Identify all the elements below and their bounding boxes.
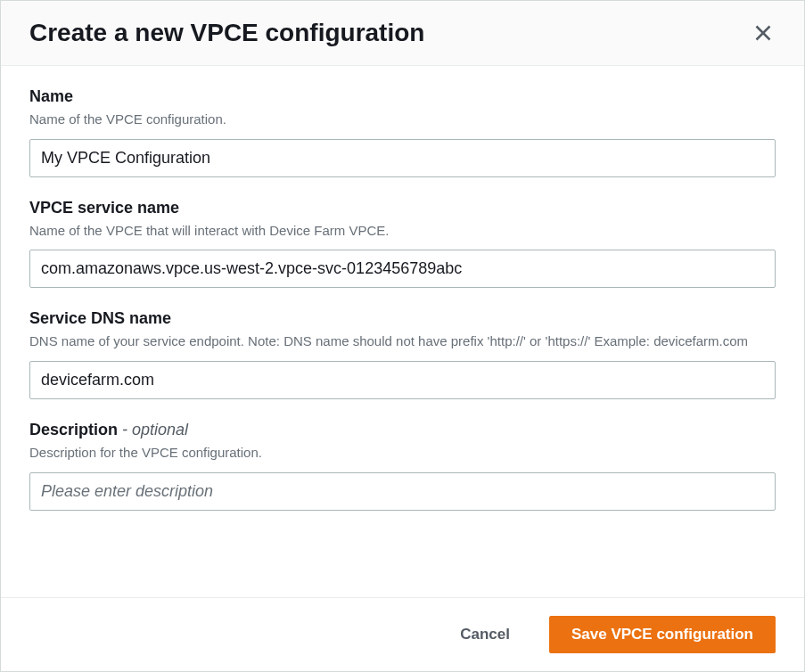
service-name-label: VPCE service name [29, 199, 776, 217]
service-name-field-group: VPCE service name Name of the VPCE that … [29, 199, 776, 289]
modal-header: Create a new VPCE configuration [1, 1, 804, 66]
description-optional-text: - optional [118, 421, 188, 438]
name-input[interactable] [29, 139, 776, 177]
description-field-group: Description - optional Description for t… [29, 421, 776, 511]
description-label-text: Description [29, 421, 118, 438]
dns-name-input[interactable] [29, 361, 776, 399]
close-button[interactable] [751, 20, 776, 45]
cancel-button[interactable]: Cancel [439, 617, 531, 652]
service-name-input[interactable] [29, 250, 776, 288]
save-button[interactable]: Save VPCE configuration [549, 616, 776, 653]
description-hint: Description for the VPCE configuration. [29, 443, 776, 463]
description-input[interactable] [29, 472, 776, 511]
dns-name-label: Service DNS name [29, 309, 776, 328]
modal-footer: Cancel Save VPCE configuration [1, 597, 804, 671]
name-hint: Name of the VPCE configuration. [29, 110, 776, 130]
dns-name-hint: DNS name of your service endpoint. Note:… [29, 332, 776, 352]
dns-name-field-group: Service DNS name DNS name of your servic… [29, 309, 776, 399]
close-icon [754, 24, 772, 42]
name-field-group: Name Name of the VPCE configuration. [29, 87, 776, 177]
description-label: Description - optional [29, 421, 776, 439]
vpce-config-modal: Create a new VPCE configuration Name Nam… [0, 0, 805, 672]
modal-body: Name Name of the VPCE configuration. VPC… [1, 66, 804, 597]
service-name-hint: Name of the VPCE that will interact with… [29, 221, 776, 242]
modal-title: Create a new VPCE configuration [29, 19, 424, 47]
name-label: Name [29, 87, 776, 106]
